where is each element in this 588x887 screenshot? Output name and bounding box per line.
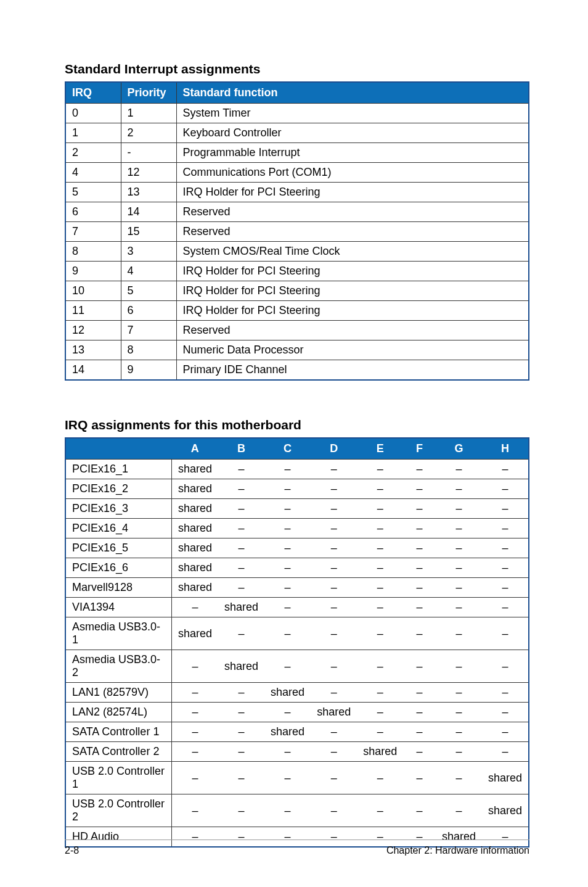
cell-value: – [482,558,529,578]
cell-value: – [264,578,311,598]
cell-irq: 11 [65,301,121,321]
cell-value: – [264,617,311,650]
section-title-1: Standard Interrupt assignments [65,62,529,76]
table-row: 105IRQ Holder for PCI Steering [65,281,529,301]
cell-value: – [218,762,264,794]
table-row: PCIEx16_6shared––––––– [65,558,529,578]
cell-value: – [403,578,436,598]
cell-value: – [482,460,529,479]
table-row: PCIEx16_1shared––––––– [65,460,529,479]
cell-priority: 12 [121,163,176,183]
cell-irq: 5 [65,183,121,202]
cell-irq: 10 [65,281,121,301]
cell-irq: 13 [65,340,121,360]
table-row: Marvell9128shared––––––– [65,578,529,598]
table-row: VIA1394–shared–––––– [65,598,529,617]
cell-value: – [172,762,219,794]
cell-value: – [172,722,219,742]
cell-value: shared [218,650,264,683]
table-row: 127Reserved [65,321,529,340]
cell-value: – [357,722,403,742]
th-irq: IRQ [65,82,121,104]
cell-value: – [264,650,311,683]
cell-value: – [357,617,403,650]
cell-function: Programmable Interrupt [176,143,529,163]
table-row: 12Keyboard Controller [65,123,529,143]
cell-value: – [218,479,264,499]
cell-function: IRQ Holder for PCI Steering [176,281,529,301]
chapter-label: Chapter 2: Hardware information [386,845,529,856]
cell-value: – [403,703,436,722]
cell-value: – [357,519,403,538]
cell-value: shared [218,598,264,617]
cell-device: SATA Controller 1 [65,722,172,742]
cell-value: shared [172,578,219,598]
cell-irq: 7 [65,222,121,242]
cell-value: shared [482,762,529,794]
cell-value: shared [172,558,219,578]
cell-value: – [403,598,436,617]
cell-value: – [357,703,403,722]
table-row: PCIEx16_5shared––––––– [65,538,529,558]
cell-value: – [311,617,357,650]
cell-value: – [218,722,264,742]
cell-value: – [264,519,311,538]
cell-value: – [311,558,357,578]
cell-function: IRQ Holder for PCI Steering [176,301,529,321]
table-row: 2-Programmable Interrupt [65,143,529,163]
cell-value: – [482,578,529,598]
cell-value: – [436,479,482,499]
cell-value: – [357,683,403,703]
cell-function: Primary IDE Channel [176,360,529,381]
cell-priority: 5 [121,281,176,301]
table-row: PCIEx16_3shared––––––– [65,499,529,519]
cell-value: – [357,479,403,499]
th-col: D [311,438,357,460]
cell-priority: 15 [121,222,176,242]
cell-value: shared [264,683,311,703]
cell-value: – [218,460,264,479]
cell-value: – [218,538,264,558]
cell-value: – [482,479,529,499]
cell-value: shared [357,742,403,762]
cell-function: Communications Port (COM1) [176,163,529,183]
cell-value: – [264,558,311,578]
cell-irq: 12 [65,321,121,340]
cell-value: – [172,683,219,703]
cell-value: – [218,742,264,762]
cell-value: shared [482,794,529,827]
irq-assignments-table: ABCDEFGH PCIEx16_1shared–––––––PCIEx16_2… [65,437,529,848]
cell-value: – [403,794,436,827]
table-row: 116IRQ Holder for PCI Steering [65,301,529,321]
cell-device: Marvell9128 [65,578,172,598]
page-footer: 2-8 Chapter 2: Hardware information [65,840,529,856]
cell-value: – [311,794,357,827]
th-col: B [218,438,264,460]
cell-value: – [482,538,529,558]
cell-value: – [218,499,264,519]
cell-priority: 6 [121,301,176,321]
cell-value: shared [172,479,219,499]
cell-value: – [218,794,264,827]
cell-value: – [436,578,482,598]
cell-value: – [264,762,311,794]
cell-value: – [436,598,482,617]
cell-irq: 0 [65,104,121,123]
table-row: LAN1 (82579V)––shared––––– [65,683,529,703]
cell-device: Asmedia USB3.0-1 [65,617,172,650]
cell-value: shared [311,703,357,722]
cell-value: – [357,650,403,683]
th-col: G [436,438,482,460]
cell-priority: 14 [121,202,176,222]
cell-value: – [311,538,357,558]
cell-priority: 2 [121,123,176,143]
cell-value: shared [172,538,219,558]
page-number: 2-8 [65,845,79,856]
table-row: Asmedia USB3.0-1shared––––––– [65,617,529,650]
cell-value: – [436,683,482,703]
cell-value: – [403,499,436,519]
cell-value: – [264,499,311,519]
cell-priority: 7 [121,321,176,340]
cell-device: PCIEx16_2 [65,479,172,499]
cell-device: PCIEx16_3 [65,499,172,519]
